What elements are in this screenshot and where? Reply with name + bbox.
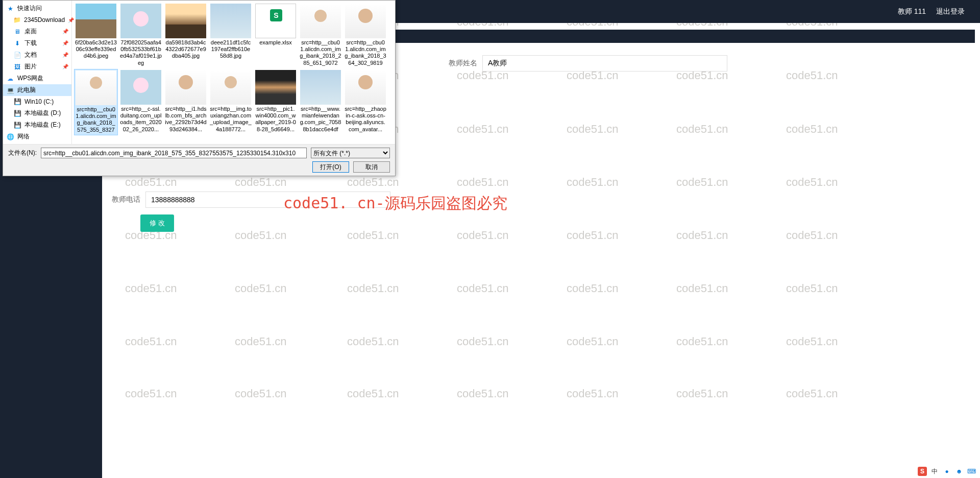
watermark-text: code51.cn (786, 282, 838, 295)
file-list: 6f20ba6c3d2e1306c93effe339edd4b6.jpeg72f… (72, 1, 395, 144)
watermark-text: code51.cn (567, 176, 619, 189)
nav-desktop[interactable]: 🖥桌面📌 (3, 26, 71, 37)
filename-label: 文件名(N): (8, 149, 37, 157)
file-item[interactable]: src=http__cbu01.alicdn.com_img_ibank_201… (299, 3, 342, 68)
nav-this-pc[interactable]: 💻此电脑 (3, 84, 71, 96)
nav-download-folder[interactable]: 📁2345Download📌 (3, 14, 71, 26)
file-thumbnail (255, 4, 296, 38)
watermark-text: code51.cn (676, 176, 728, 189)
watermark-text: code51.cn (235, 387, 287, 400)
star-icon: ★ (6, 5, 14, 13)
cancel-button[interactable]: 取消 (353, 161, 390, 173)
file-thumbnail (210, 4, 251, 38)
system-tray: S 中 ● ☻ ⌨ (918, 467, 976, 476)
watermark-text: code51.cn (676, 387, 728, 400)
file-thumbnail (120, 4, 161, 38)
file-name-label: deee211df1c5fc197eaf2ffb610e58d8.jpg (210, 39, 252, 60)
logout-link[interactable]: 退出登录 (936, 7, 965, 16)
file-item[interactable]: example.xlsx (254, 3, 298, 68)
watermark-text: code51.cn (235, 229, 287, 242)
watermark-text: code51.cn (676, 229, 728, 242)
file-name-label: da59818d3ab4c4322d672677e9dba405.jpg (165, 39, 207, 60)
watermark-text: code51.cn (235, 335, 287, 348)
watermark-text: code51.cn (457, 387, 509, 400)
watermark-text: code51.cn (347, 176, 399, 189)
ime-icon[interactable]: 中 (930, 467, 939, 476)
file-item[interactable]: src=http__c-ssl.duitang.com_uploads_item… (119, 69, 163, 135)
file-thumbnail (76, 4, 116, 38)
watermark-text: code51.cn (567, 387, 619, 400)
watermark-text: code51.cn (125, 282, 177, 295)
file-name-label: src=http__pic1.win4000.com_wallpaper_201… (255, 106, 297, 133)
watermark-text: code51.cn (457, 176, 509, 189)
cloud-icon: ☁ (6, 75, 14, 83)
pin-icon: 📌 (62, 40, 68, 46)
filename-input[interactable] (41, 148, 307, 158)
pin-icon: 📌 (62, 64, 68, 69)
file-item[interactable]: src=http__zhaopin-c-ask.oss-cn-beijing.a… (344, 69, 387, 135)
watermark-text: code51.cn (567, 123, 619, 136)
watermark-text: code51.cn (125, 176, 177, 189)
file-thumbnail (345, 4, 386, 38)
file-item[interactable]: src=http__img.touxiangzhan.com_upload_im… (209, 69, 253, 135)
file-item[interactable]: src=http__www.mianfeiwendang.com_pic_705… (299, 69, 342, 135)
file-item[interactable]: src=http__pic1.win4000.com_wallpaper_201… (254, 69, 298, 135)
file-thumbnail (300, 70, 341, 105)
tray-face-icon[interactable]: ☻ (954, 467, 964, 476)
watermark-text: code51.cn (676, 335, 728, 348)
file-item[interactable]: src=http__i1.hdslb.com_bfs_archive_2292b… (164, 69, 208, 135)
file-name-label: src=http__img.touxiangzhan.com_upload_im… (210, 106, 252, 133)
nav-drive-c[interactable]: 💾Win10 (C:) (3, 96, 71, 107)
nav-pictures[interactable]: 🖼图片📌 (3, 61, 71, 73)
submit-button[interactable]: 修 改 (140, 214, 174, 232)
file-thumbnail (165, 70, 206, 105)
teacher-name-input[interactable] (482, 55, 727, 71)
file-thumbnail (345, 70, 386, 105)
pc-icon: 💻 (6, 86, 14, 94)
file-item[interactable]: src=http__cbu01.alicdn.com_img_ibank_201… (74, 69, 118, 135)
open-button[interactable]: 打开(O) (312, 161, 349, 173)
watermark-text: code51.cn (676, 282, 728, 295)
watermark-text: code51.cn (786, 69, 838, 82)
nav-downloads[interactable]: ⬇下载📌 (3, 37, 71, 49)
watermark-text: code51.cn (125, 387, 177, 400)
watermark-text: code51.cn (125, 335, 177, 348)
tray-keyboard-icon[interactable]: ⌨ (967, 467, 976, 476)
nav-documents[interactable]: 📄文档📌 (3, 49, 71, 61)
desktop-icon: 🖥 (13, 28, 21, 36)
nav-wps[interactable]: ☁WPS网盘 (3, 73, 71, 84)
pin-icon: 📌 (62, 52, 68, 58)
file-name-label: example.xlsx (259, 39, 292, 46)
tray-dot-icon[interactable]: ● (942, 467, 951, 476)
file-item[interactable]: deee211df1c5fc197eaf2ffb610e58d8.jpg (209, 3, 253, 68)
nav-drive-d[interactable]: 💾本地磁盘 (D:) (3, 107, 71, 119)
teacher-name-label: 教师姓名 (447, 59, 477, 68)
watermark-text: code51.cn (347, 387, 399, 400)
document-icon: 📄 (13, 51, 21, 59)
watermark-text: code51.cn (457, 229, 509, 242)
watermark-text: code51.cn (786, 229, 838, 242)
filter-select[interactable]: 所有文件 (*.*) (311, 148, 390, 158)
user-label[interactable]: 教师 111 (898, 7, 926, 16)
file-item[interactable]: 72f082025aafa40fb532533bf61bed4a7af019e1… (119, 3, 163, 68)
watermark-text: code51.cn (567, 282, 619, 295)
teacher-phone-label: 教师电话 (110, 195, 140, 204)
file-name-label: src=http__www.mianfeiwendang.com_pic_705… (300, 106, 341, 133)
watermark-text: code51.cn (235, 282, 287, 295)
tray-app-icon[interactable]: S (918, 467, 927, 476)
file-item[interactable]: 6f20ba6c3d2e1306c93effe339edd4b6.jpeg (74, 3, 118, 68)
big-watermark: code51. cn-源码乐园盗图必究 (283, 193, 507, 214)
watermark-text: code51.cn (347, 335, 399, 348)
download-icon: ⬇ (13, 39, 21, 47)
drive-icon: 💾 (13, 98, 21, 106)
nav-network[interactable]: 🌐网络 (3, 131, 71, 142)
watermark-text: code51.cn (347, 229, 399, 242)
file-name-label: src=http__i1.hdslb.com_bfs_archive_2292b… (165, 106, 207, 133)
nav-drive-e[interactable]: 💾本地磁盘 (E:) (3, 119, 71, 131)
file-item[interactable]: da59818d3ab4c4322d672677e9dba405.jpg (164, 3, 208, 68)
nav-quick-access[interactable]: ★快速访问 (3, 3, 71, 14)
drive-icon: 💾 (13, 121, 21, 129)
teacher-name-row: 教师姓名 (447, 55, 727, 71)
file-item[interactable]: src=http__cbu01.alicdn.com_img_ibank_201… (344, 3, 387, 68)
file-thumbnail (210, 70, 251, 105)
